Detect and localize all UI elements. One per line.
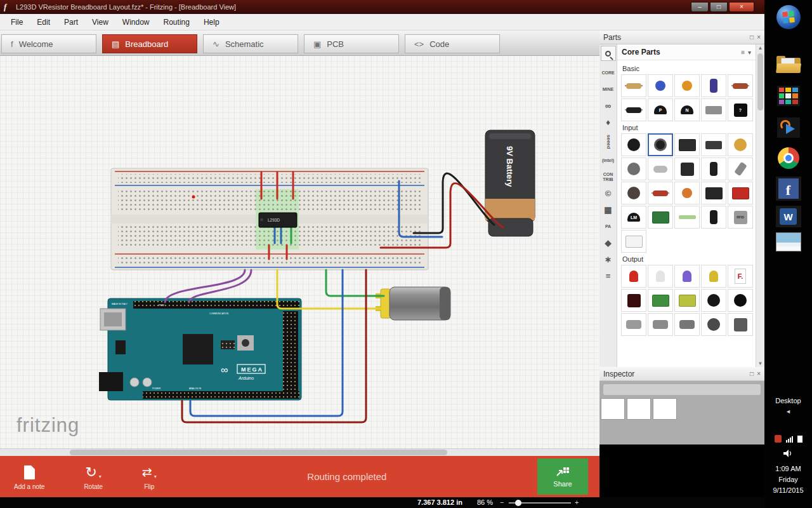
- bin-tab-picaxe[interactable]: ▦: [600, 202, 617, 218]
- clock[interactable]: 1:09 AM Friday 9/11/2015: [764, 464, 812, 496]
- bin-tab-contrib[interactable]: CON TRIB: [600, 169, 617, 185]
- bin-tab-pa[interactable]: PA: [600, 218, 617, 235]
- facebook-icon[interactable]: f: [776, 177, 801, 201]
- resistor-icon[interactable]: [621, 74, 646, 97]
- ic-dip-icon[interactable]: [701, 98, 726, 121]
- inspector-swatch[interactable]: [653, 398, 677, 420]
- bin-menu-icon[interactable]: ≡: [741, 49, 745, 56]
- tab-schematic[interactable]: ∿Schematic: [203, 34, 298, 53]
- npn-transistor-icon[interactable]: N: [674, 98, 700, 121]
- thermistor-icon[interactable]: [648, 182, 673, 204]
- folder-icon[interactable]: [776, 54, 801, 74]
- white-led-icon[interactable]: [648, 265, 673, 288]
- zoom-slider-handle[interactable]: [515, 500, 521, 506]
- menu-item-file[interactable]: File: [4, 15, 30, 29]
- bin-tab-seeed[interactable]: seeed: [600, 131, 617, 152]
- l293d-chip[interactable]: L293D: [259, 213, 297, 227]
- servo-motor-icon[interactable]: [728, 313, 753, 336]
- lcd-16x2-icon[interactable]: [648, 289, 673, 312]
- trimmer-potentiometer-icon[interactable]: [728, 133, 753, 156]
- zoom-slider[interactable]: [509, 502, 571, 504]
- zoom-in-button[interactable]: +: [575, 498, 579, 506]
- share-button[interactable]: Share: [537, 458, 588, 495]
- breadboard-canvas[interactable]: 9V Battery: [0, 56, 599, 456]
- vibration-motor-icon[interactable]: [621, 313, 646, 336]
- sensor-module-icon[interactable]: [648, 206, 673, 229]
- diode-icon[interactable]: [621, 98, 646, 121]
- flex-sensor-icon[interactable]: [674, 206, 700, 229]
- photoresistor-icon[interactable]: [621, 182, 646, 204]
- close-panel-icon[interactable]: ×: [757, 34, 761, 41]
- inspector-close-icon[interactable]: ×: [757, 370, 761, 377]
- bin-tab-mine[interactable]: MINE: [600, 81, 617, 98]
- crystal-icon[interactable]: [648, 157, 673, 180]
- bi-color-led-icon[interactable]: [701, 265, 726, 288]
- bin-tab-core[interactable]: CORE: [600, 65, 617, 81]
- scroll-down-icon[interactable]: ▼: [756, 361, 764, 366]
- mystery-part-icon[interactable]: ?: [728, 98, 753, 121]
- bin-tab-adafruit[interactable]: ∞: [600, 98, 617, 114]
- sparkfun-sensor-board-icon[interactable]: [728, 182, 753, 204]
- probe-electrode-icon[interactable]: [701, 206, 726, 229]
- rotate-button[interactable]: ↻ ▾ Rotate: [84, 463, 102, 490]
- battery-9v[interactable]: 9V Battery: [485, 130, 535, 236]
- tab-pcb[interactable]: ▣PCB: [304, 34, 399, 53]
- pnp-transistor-icon[interactable]: P: [648, 98, 673, 121]
- collapse-arrow-icon[interactable]: ◄: [785, 408, 791, 415]
- distance-sensor-icon[interactable]: [701, 182, 726, 204]
- bin-tab-snootlab[interactable]: ∗: [600, 251, 617, 268]
- word-icon[interactable]: W: [776, 206, 801, 227]
- close-button[interactable]: ×: [729, 2, 754, 12]
- undock-icon[interactable]: □: [750, 34, 754, 41]
- dip-switch-icon[interactable]: [701, 133, 726, 156]
- flip-button[interactable]: ⇄ ▾ Flip: [142, 463, 157, 490]
- rfid-id12-module-icon[interactable]: RFID: [728, 206, 753, 229]
- tray-document-icon[interactable]: [797, 436, 802, 443]
- add-note-button[interactable]: Add a note: [14, 463, 44, 490]
- network-icon[interactable]: [786, 436, 793, 443]
- menu-item-routing[interactable]: Routing: [157, 15, 197, 29]
- menu-item-part[interactable]: Part: [57, 15, 85, 29]
- maximize-button[interactable]: □: [710, 2, 728, 12]
- scrollbar-handle[interactable]: [70, 450, 447, 455]
- lm35-temperature-sensor-icon[interactable]: LM: [621, 206, 646, 229]
- parts-scrollbar-handle[interactable]: [757, 53, 763, 110]
- electrolytic-capacitor-icon[interactable]: [701, 74, 726, 97]
- arduino-mega[interactable]: ∞ MEGA Arduino MADE IN ITALY COMMUNICATI…: [99, 298, 301, 400]
- chrome-icon[interactable]: [778, 147, 799, 169]
- minimize-button[interactable]: –: [691, 2, 709, 12]
- menu-item-view[interactable]: View: [85, 15, 115, 29]
- scroll-up-icon[interactable]: ▲: [756, 45, 764, 51]
- inspector-swatch[interactable]: [627, 398, 651, 420]
- inspector-swatch[interactable]: [601, 398, 625, 420]
- lcd-display-icon[interactable]: [674, 289, 700, 312]
- red-led-icon[interactable]: [621, 265, 646, 288]
- pushbutton-icon[interactable]: [674, 157, 700, 180]
- rotary-potentiometer-icon[interactable]: [648, 133, 673, 156]
- stepper-motor-icon[interactable]: [701, 313, 726, 336]
- rgb-led-icon[interactable]: [674, 265, 700, 288]
- rotary-encoder-icon[interactable]: [621, 157, 646, 180]
- menu-item-help[interactable]: Help: [197, 15, 226, 29]
- bin-tab-parallax[interactable]: ©: [600, 185, 617, 202]
- inspector-undock-icon[interactable]: □: [750, 370, 754, 377]
- loudspeaker-icon[interactable]: [728, 289, 753, 312]
- windows-start-orb[interactable]: [776, 5, 801, 29]
- tab-welcome[interactable]: fWelcome: [1, 34, 96, 53]
- bin-tab-intel[interactable]: (intel): [600, 152, 617, 169]
- tray-app-icon[interactable]: [775, 435, 782, 443]
- photos-icon[interactable]: [776, 232, 801, 251]
- tantalum-capacitor-icon[interactable]: [674, 74, 700, 97]
- dc-motor-icon[interactable]: [648, 313, 673, 336]
- volume-icon[interactable]: [783, 450, 793, 457]
- led-matrix-icon[interactable]: [621, 289, 646, 312]
- search-parts-button[interactable]: [601, 46, 616, 61]
- light-sensor-icon[interactable]: [674, 182, 700, 204]
- bin-menu-caret-icon[interactable]: ▾: [748, 49, 751, 56]
- inductor-icon[interactable]: [728, 74, 753, 97]
- piezo-buzzer-icon[interactable]: [701, 289, 726, 312]
- ceramic-capacitor-icon[interactable]: [648, 74, 673, 97]
- bin-tab-velleman[interactable]: ◆: [600, 235, 617, 251]
- menu-item-edit[interactable]: Edit: [30, 15, 57, 29]
- parts-scrollbar[interactable]: ▲ ▼: [756, 44, 764, 367]
